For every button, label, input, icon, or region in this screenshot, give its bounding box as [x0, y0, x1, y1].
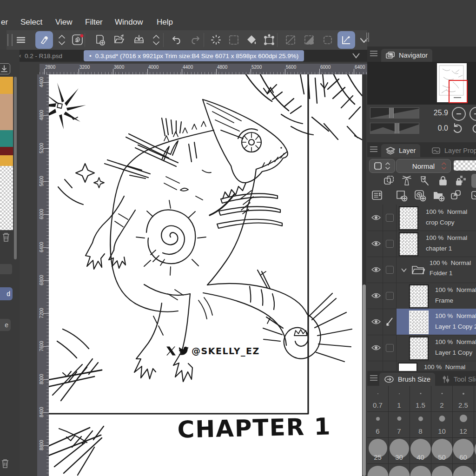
snap-to-ruler-button[interactable]	[337, 31, 355, 49]
reference-layer-button[interactable]	[401, 175, 413, 187]
opacity-slider[interactable]	[454, 160, 476, 171]
panel-menu-icon[interactable]	[370, 375, 377, 376]
brush-size-cell[interactable]: 2	[431, 386, 453, 412]
tab-layer-property[interactable]: Layer Property	[427, 144, 476, 157]
zoom-out-button[interactable]	[452, 107, 466, 121]
tab-navigator[interactable]: Navigator	[381, 49, 432, 62]
new-correction-layer-button[interactable]	[414, 189, 426, 202]
deselect-button[interactable]	[282, 31, 299, 49]
panel-drag-handle[interactable]	[366, 33, 369, 42]
rotation-slider-handle[interactable]	[395, 123, 399, 134]
import-button[interactable]	[0, 63, 10, 74]
color-swatch[interactable]	[0, 155, 13, 166]
rotate-cw-button[interactable]	[470, 122, 476, 134]
save-button[interactable]	[130, 31, 148, 49]
redo-button[interactable]	[186, 31, 204, 49]
brush-size-cell[interactable]: 25	[367, 438, 389, 464]
rotate-ccw-button[interactable]	[452, 122, 464, 134]
new-layer-button[interactable]	[395, 189, 408, 202]
blend-mode-select[interactable]: Normal	[396, 159, 451, 173]
pen-tool-button[interactable]	[35, 31, 53, 49]
new-file-button[interactable]	[91, 31, 109, 49]
color-swatch[interactable]	[0, 94, 13, 130]
brush-size-cell[interactable]: 12	[453, 412, 474, 438]
layer-row[interactable]: 100 % Normal Layer 1 Copy	[367, 335, 476, 361]
file-switch-button[interactable]	[147, 31, 165, 49]
zoom-slider[interactable]	[370, 107, 419, 119]
layer-row[interactable]: 100 % Normal Frame	[367, 283, 476, 309]
layer-thumbnail[interactable]	[409, 311, 429, 334]
lock-layer-button[interactable]	[437, 175, 449, 187]
document-tab-active[interactable]: • 0.3.psd* (7016 x 9921px Trim size:B4 S…	[84, 50, 304, 61]
brush-size-cell[interactable]: 2.5	[453, 386, 474, 412]
layer-row[interactable]: 100 % Normal	[367, 361, 476, 371]
cutoff-tool-button[interactable]: e	[0, 319, 11, 331]
rotation-slider[interactable]	[370, 123, 419, 134]
layer-thumbnail[interactable]	[409, 284, 429, 308]
panel-menu-icon[interactable]	[370, 51, 377, 52]
menu-item-filter[interactable]: Filter	[85, 18, 103, 27]
navigator-thumbnail[interactable]	[437, 63, 467, 102]
select-rect-button[interactable]	[319, 31, 337, 49]
swatch-scrollbar[interactable]	[14, 77, 17, 259]
draft-layer-button[interactable]	[418, 175, 430, 187]
select-area-button[interactable]	[225, 31, 243, 49]
transform-button[interactable]	[260, 31, 278, 49]
layer-checkbox[interactable]	[386, 214, 394, 222]
brush-size-cell[interactable]: 7	[389, 412, 410, 438]
brush-size-cell[interactable]	[431, 464, 453, 476]
layer-thumbnail[interactable]	[399, 232, 418, 256]
tab-tool-slide[interactable]: Tool Slide	[438, 373, 476, 386]
undo-button[interactable]	[168, 31, 186, 49]
brush-size-cell[interactable]	[367, 464, 389, 476]
brush-size-cell[interactable]: 0.7	[367, 386, 389, 412]
visibility-eye-icon[interactable]	[371, 318, 381, 325]
panel-menu-icon[interactable]	[370, 146, 377, 147]
fill-button[interactable]	[243, 31, 260, 49]
clip-to-layer-button[interactable]	[383, 175, 395, 187]
menu-item-layer-cut[interactable]: er	[1, 18, 8, 27]
layer-folder-row[interactable]: 100 % Normal Folder 1	[367, 257, 476, 283]
layer-row[interactable]: 100 % Normal chapter 1	[367, 231, 476, 257]
brush-size-cell[interactable]	[474, 464, 476, 476]
tab-brush-size[interactable]: Brush Size	[379, 373, 435, 386]
layer-checkbox[interactable]	[386, 344, 394, 352]
tool-switch-button[interactable]	[53, 31, 71, 49]
visibility-eye-icon[interactable]	[371, 266, 381, 273]
layer-checkbox[interactable]	[386, 292, 394, 300]
zoom-in-button[interactable]	[469, 107, 476, 121]
brush-size-cell[interactable]: 8	[410, 412, 431, 438]
brush-size-cell[interactable]: 40	[410, 438, 431, 464]
layer-row[interactable]: 100 % Normal crop Copy	[367, 205, 476, 231]
menu-item-help[interactable]: Help	[157, 18, 173, 27]
navigator-preview[interactable]	[367, 62, 476, 105]
layer-checkbox[interactable]	[386, 240, 394, 248]
scrollbar-thumb[interactable]	[363, 284, 366, 476]
cutoff-tool-button[interactable]: d	[0, 287, 13, 300]
lock-transparent-pixels-button[interactable]	[455, 175, 467, 187]
menu-item-select[interactable]: Select	[20, 18, 42, 27]
trash-icon[interactable]	[2, 232, 10, 242]
trash-icon[interactable]	[1, 458, 9, 469]
refresh-selection-button[interactable]	[207, 31, 225, 49]
tab-list-chevron-icon[interactable]	[351, 52, 361, 60]
brush-size-cell[interactable]	[474, 386, 476, 412]
document-tab-inactive[interactable]: × 0.2 - R18.psd	[13, 50, 67, 62]
main-menu-button[interactable]	[12, 31, 30, 49]
brush-size-cell[interactable]	[474, 438, 476, 464]
layer-palette-settings-button[interactable]	[371, 189, 383, 201]
layer-checkbox[interactable]	[386, 266, 394, 274]
brush-size-cell[interactable]: 1	[389, 386, 410, 412]
brush-size-cell[interactable]: 30	[389, 438, 410, 464]
visibility-eye-icon[interactable]	[371, 292, 381, 299]
canvas-vertical-scrollbar[interactable]	[362, 74, 366, 476]
brush-size-cell[interactable]: 50	[431, 438, 453, 464]
brush-size-cell[interactable]: 6	[367, 412, 389, 438]
brush-size-cell[interactable]	[410, 464, 431, 476]
color-swatch[interactable]	[0, 77, 13, 94]
visibility-eye-icon[interactable]	[371, 214, 381, 221]
brush-size-cell[interactable]	[453, 464, 474, 476]
color-swatch[interactable]	[0, 130, 13, 147]
menu-item-window[interactable]: Window	[115, 18, 143, 27]
transparent-swatch[interactable]	[0, 166, 13, 230]
